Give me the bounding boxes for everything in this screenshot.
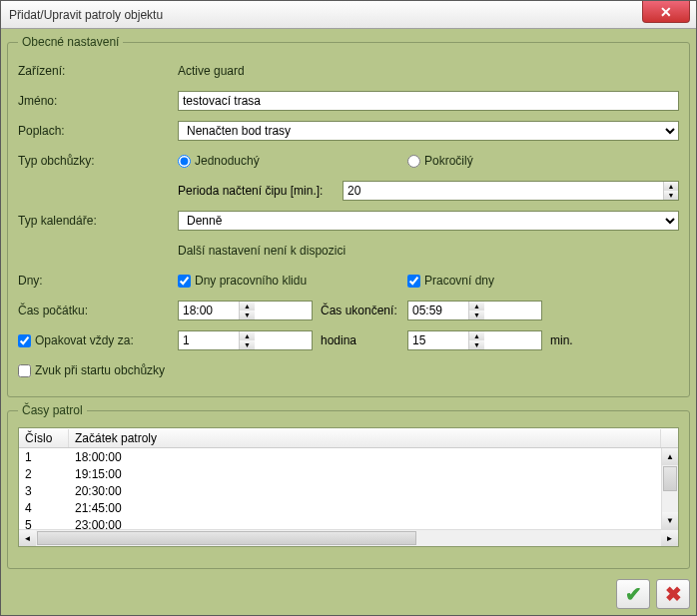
dialog-window: Přidat/Upravit patroly objektu ✕ Obecné … [0,0,697,616]
sound-checkbox[interactable]: Zvuk při startu obchůzky [18,363,165,377]
cancel-button[interactable]: ✖ [656,579,690,609]
alarm-label: Poplach: [18,124,178,138]
days-work-input[interactable] [407,275,420,288]
patrol-table-head: Číslo Začátek patroly [19,428,678,448]
alarm-select[interactable]: Nenačten bod trasy [178,121,679,141]
chip-period-input[interactable] [344,182,663,200]
table-row[interactable]: 523:00:00 [19,516,678,529]
repeat-hours-input[interactable] [179,331,239,349]
repeat-mins-input[interactable] [408,331,468,349]
patrol-legend: Časy patrol [18,403,87,417]
calendar-type-select[interactable]: Denně [178,211,679,231]
start-time-input[interactable] [179,302,239,319]
table-row[interactable]: 118:00:00 [19,448,678,465]
tour-type-advanced-input[interactable] [407,155,420,168]
end-time-spinner[interactable]: ▲ ▼ [407,301,542,320]
scroll-right-icon[interactable]: ► [661,530,678,546]
days-work-text: Pracovní dny [424,274,494,288]
start-time-arrows: ▲ ▼ [239,302,255,319]
repeat-mins-unit: min. [542,333,573,347]
days-work-checkbox[interactable]: Pracovní dny [407,274,494,288]
repeat-mins-arrows: ▲ ▼ [468,331,484,349]
tour-type-simple-input[interactable] [178,155,191,168]
scroll-track[interactable] [662,492,678,512]
scroll-down-icon[interactable]: ▼ [662,512,678,529]
repeat-hours-up[interactable]: ▲ [240,331,255,340]
repeat-mins-up[interactable]: ▲ [469,331,484,340]
end-time-down[interactable]: ▼ [469,310,484,319]
chip-period-label: Perioda načtení čipu [min.]: [178,184,343,198]
start-time-up[interactable]: ▲ [240,302,255,310]
close-icon: ✕ [660,4,672,20]
chip-period-down[interactable]: ▼ [664,191,678,200]
end-time-input[interactable] [408,302,468,319]
dialog-content: Obecné nastavení Zařízení: Active guard … [1,29,696,575]
start-time-label: Čas počátku: [18,304,178,317]
patrol-times-group: Časy patrol Číslo Začátek patroly 118:00… [7,403,690,569]
horizontal-scrollbar[interactable]: ◄ ► [19,529,678,546]
table-row[interactable]: 320:30:00 [19,482,678,499]
ok-button[interactable]: ✔ [616,579,650,609]
device-label: Zařízení: [18,64,178,78]
chip-period-arrows: ▲ ▼ [663,182,678,200]
hscroll-thumb[interactable] [37,531,416,545]
table-row[interactable]: 219:15:00 [19,465,678,482]
patrol-table-body: 118:00:00219:15:00320:30:00421:45:00523:… [19,448,678,529]
sound-text: Zvuk při startu obchůzky [35,363,165,377]
repeat-checkbox[interactable]: Opakovat vždy za: [18,333,178,347]
cell-start: 18:00:00 [69,450,678,464]
name-input[interactable] [178,91,679,111]
dialog-footer: ✔ ✖ [1,575,696,615]
end-time-up[interactable]: ▲ [469,302,484,310]
table-row[interactable]: 421:45:00 [19,499,678,516]
cell-start: 19:15:00 [69,467,678,481]
repeat-mins-spinner[interactable]: ▲ ▼ [407,330,542,350]
patrol-table: Číslo Začátek patroly 118:00:00219:15:00… [18,427,679,547]
cell-start: 21:45:00 [69,501,678,515]
tour-type-advanced-radio[interactable]: Pokročilý [407,154,473,168]
cell-num: 3 [19,484,69,498]
start-time-spinner[interactable]: ▲ ▼ [178,301,313,320]
tour-type-simple-radio[interactable]: Jednoduchý [178,154,407,168]
col-start[interactable]: Začátek patroly [69,429,661,447]
check-icon: ✔ [625,582,642,606]
title-bar: Přidat/Upravit patroly objektu ✕ [1,1,696,29]
hscroll-track[interactable] [417,530,661,546]
no-further-settings: Další nastavení není k dispozici [178,244,346,258]
repeat-text: Opakovat vždy za: [35,333,134,347]
end-time-arrows: ▲ ▼ [468,302,484,319]
cell-num: 2 [19,467,69,481]
sound-input[interactable] [18,364,31,377]
device-value: Active guard [178,64,245,78]
scroll-thumb[interactable] [663,466,677,491]
cell-start: 20:30:00 [69,484,678,498]
tour-type-label: Typ obchůzky: [18,154,178,168]
days-label: Dny: [18,274,178,288]
col-num[interactable]: Číslo [19,429,69,447]
repeat-mins-down[interactable]: ▼ [469,340,484,349]
general-settings-group: Obecné nastavení Zařízení: Active guard … [7,35,690,397]
repeat-hours-down[interactable]: ▼ [240,340,255,349]
chip-period-spinner[interactable]: ▲ ▼ [343,181,679,201]
cell-num: 5 [19,518,69,530]
calendar-type-label: Typ kalendáře: [18,214,178,228]
chip-period-up[interactable]: ▲ [664,182,678,191]
end-time-label: Čas ukončení: [313,304,407,317]
scroll-up-icon[interactable]: ▲ [662,448,678,465]
scroll-left-icon[interactable]: ◄ [19,530,36,546]
cell-num: 1 [19,450,69,464]
repeat-input[interactable] [18,334,31,347]
cell-num: 4 [19,501,69,515]
x-icon: ✖ [665,582,682,606]
tour-type-advanced-text: Pokročilý [424,154,473,168]
days-off-checkbox[interactable]: Dny pracovního klidu [178,274,407,288]
general-legend: Obecné nastavení [18,35,123,49]
window-title: Přidat/Upravit patroly objektu [9,8,163,22]
repeat-hours-unit: hodina [313,333,407,347]
vertical-scrollbar[interactable]: ▲ ▼ [661,448,678,529]
repeat-hours-spinner[interactable]: ▲ ▼ [178,330,313,350]
start-time-down[interactable]: ▼ [240,310,255,319]
repeat-hours-arrows: ▲ ▼ [239,331,255,349]
close-button[interactable]: ✕ [642,1,690,23]
days-off-input[interactable] [178,275,191,288]
